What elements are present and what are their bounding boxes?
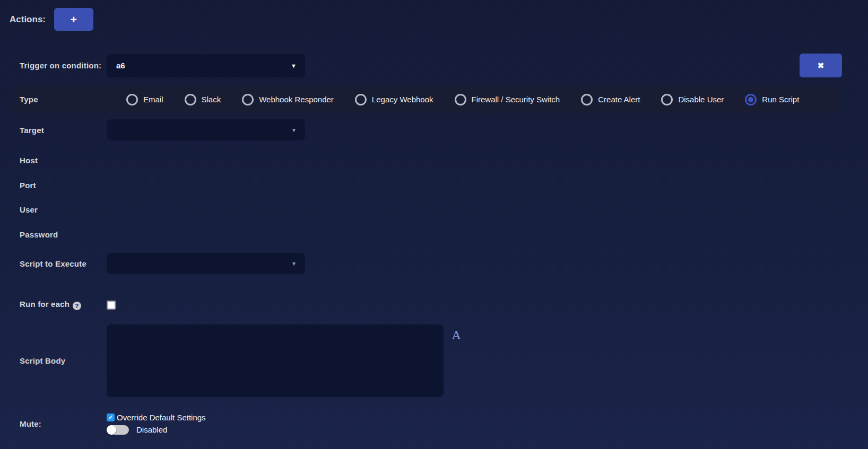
caret-down-icon: ▼ — [291, 127, 297, 133]
dropdown-arrow-icon: ▼ — [291, 63, 297, 69]
radio-unselected-icon — [581, 94, 593, 105]
script-to-execute-select[interactable]: ▼ — [107, 253, 305, 274]
type-radio-label: Disable User — [678, 95, 724, 104]
actions-header: Actions: + — [0, 8, 868, 31]
help-icon[interactable]: ? — [73, 302, 81, 310]
port-row: Port — [0, 181, 868, 190]
type-radio-firewall-security-switch[interactable]: Firewall / Security Switch — [455, 94, 560, 105]
type-radio-run-script[interactable]: Run Script — [745, 94, 799, 105]
type-row: Type EmailSlackWebhook ResponderLegacy W… — [13, 86, 840, 113]
run-for-each-label: Run for each? — [0, 300, 107, 310]
type-radio-label: Legacy Webhook — [372, 95, 433, 104]
host-label: Host — [0, 156, 107, 165]
port-label: Port — [0, 181, 107, 190]
type-radio-label: Create Alert — [598, 95, 640, 104]
checkmark-icon: ✓ — [108, 414, 113, 421]
run-for-each-row: Run for each? — [0, 300, 868, 310]
type-radio-create-alert[interactable]: Create Alert — [581, 94, 640, 105]
target-select[interactable]: ▼ — [107, 119, 305, 140]
host-row: Host — [0, 156, 868, 165]
password-label: Password — [0, 230, 107, 239]
type-radio-label: Webhook Responder — [259, 95, 334, 104]
script-body-label: Script Body — [0, 356, 107, 365]
trigger-condition-value: a6 — [116, 61, 125, 70]
mute-label: Mute: — [0, 419, 107, 428]
trigger-condition-label: Trigger on condition: — [0, 61, 107, 70]
user-label: User — [0, 205, 107, 214]
font-size-icon[interactable]: A — [452, 329, 461, 342]
type-radio-email[interactable]: Email — [126, 94, 163, 105]
actions-label: Actions: — [10, 14, 46, 25]
type-radio-label: Email — [143, 95, 163, 104]
type-radio-webhook-responder[interactable]: Webhook Responder — [242, 94, 334, 105]
mute-toggle-state-label: Disabled — [136, 425, 167, 434]
type-radio-legacy-webhook[interactable]: Legacy Webhook — [355, 94, 433, 105]
mute-row: Mute: ✓ Override Default Settings Disabl… — [0, 412, 868, 435]
type-radio-label: Slack — [202, 95, 221, 104]
target-row: Target ▼ — [0, 119, 868, 140]
type-radio-group: EmailSlackWebhook ResponderLegacy Webhoo… — [126, 94, 799, 105]
mute-disabled-toggle[interactable] — [107, 425, 129, 435]
run-for-each-checkbox[interactable] — [107, 301, 116, 310]
radio-unselected-icon — [661, 94, 673, 105]
override-default-settings-checkbox[interactable]: ✓ — [107, 413, 115, 421]
radio-unselected-icon — [242, 94, 254, 105]
target-label: Target — [0, 126, 107, 135]
script-to-execute-label: Script to Execute — [0, 259, 107, 268]
script-to-execute-row: Script to Execute ▼ — [0, 253, 868, 274]
close-icon: ✖ — [818, 61, 824, 71]
remove-action-button[interactable]: ✖ — [800, 54, 842, 77]
script-body-row: Script Body A — [0, 324, 868, 397]
plus-icon: + — [71, 14, 77, 25]
radio-unselected-icon — [355, 94, 367, 105]
trigger-condition-select[interactable]: a6 ▼ — [107, 54, 305, 77]
password-row: Password — [0, 230, 868, 239]
caret-down-icon: ▼ — [291, 261, 297, 267]
script-body-editor[interactable] — [107, 324, 444, 397]
override-default-settings-label: Override Default Settings — [117, 413, 206, 422]
trigger-condition-row: Trigger on condition: a6 ▼ ✖ — [0, 54, 868, 77]
radio-unselected-icon — [185, 94, 196, 105]
type-radio-label: Run Script — [762, 95, 799, 104]
type-radio-disable-user[interactable]: Disable User — [661, 94, 724, 105]
toggle-knob — [107, 425, 116, 435]
add-action-button[interactable]: + — [54, 8, 93, 31]
radio-selected-icon — [745, 94, 757, 105]
type-radio-slack[interactable]: Slack — [185, 94, 221, 105]
type-label: Type — [13, 95, 126, 104]
radio-unselected-icon — [455, 94, 466, 105]
radio-unselected-icon — [126, 94, 138, 105]
user-row: User — [0, 205, 868, 214]
type-radio-label: Firewall / Security Switch — [472, 95, 560, 104]
